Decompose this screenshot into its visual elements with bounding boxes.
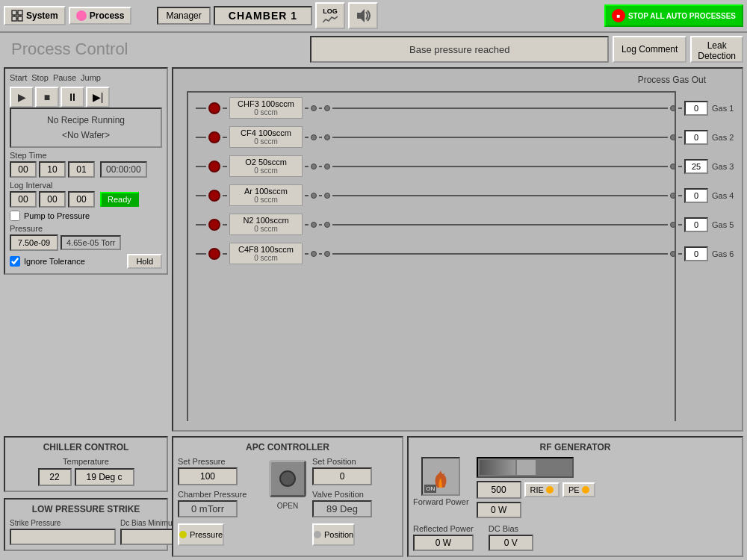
gas-setpoint-4[interactable] <box>684 188 708 203</box>
log-label: LOG <box>323 7 338 15</box>
gas-label-5: N2 100sccm 0 sccm <box>229 214 303 235</box>
pipe3-3 <box>319 166 322 167</box>
gas-id-1: Gas 1 <box>712 104 736 113</box>
temp-reading-input <box>75 468 134 486</box>
speaker-button[interactable] <box>348 2 378 29</box>
gas-setpoint-6[interactable] <box>684 246 708 261</box>
gas-setpoint-3[interactable] <box>684 159 708 174</box>
pipe3-4 <box>319 195 322 196</box>
mfc-node1-2 <box>311 134 317 140</box>
system-icon <box>11 10 23 22</box>
gas-setpoint-5[interactable] <box>684 217 708 232</box>
rie-indicator <box>546 486 554 494</box>
svg-rect-3 <box>18 16 22 21</box>
ignore-tolerance-label: Ignore Tolerance <box>24 257 85 266</box>
play-button[interactable]: ▶ <box>10 87 34 108</box>
rf-meter-bar2 <box>517 460 535 475</box>
svg-marker-8 <box>357 9 365 22</box>
gas-row-6: C4F8 100sccm 0 sccm Gas 6 <box>179 243 736 264</box>
chamber-display: CHAMBER 1 <box>214 6 312 25</box>
log-seconds-input[interactable] <box>68 191 95 208</box>
log-button[interactable]: LOG <box>315 2 345 29</box>
top-bus-line <box>187 91 676 93</box>
jump-button[interactable]: ▶| <box>86 87 110 108</box>
ready-button[interactable]: Ready <box>100 192 139 207</box>
left-control-panel: Start Stop Pause Jump ▶ ■ ⏸ ▶| No Recipe… <box>4 67 168 432</box>
pressure-label: Pressure <box>10 224 162 233</box>
log-hours-input[interactable] <box>10 191 37 208</box>
step-seconds-input[interactable] <box>68 161 95 178</box>
gas-panel: Process Gas Out CHF3 100sccm 0 sccm <box>172 67 743 432</box>
leak-detection-button[interactable]: LeakDetection <box>690 36 743 63</box>
pump-label: Pump to Pressure <box>24 211 90 220</box>
system-button[interactable]: System <box>4 6 66 25</box>
temp-setpoint-input[interactable] <box>38 468 72 486</box>
stop-all-button[interactable]: ■ STOP ALL AUTO PROCESSES <box>604 4 743 27</box>
log-interval-label: Log Interval <box>10 181 162 190</box>
gas-id-6: Gas 6 <box>712 249 736 258</box>
gas-id-2: Gas 2 <box>712 133 736 142</box>
set-position-input[interactable] <box>312 467 372 485</box>
rf-title: RF GENERATOR <box>413 442 737 452</box>
mfc-node1-4 <box>311 193 317 199</box>
open-label: OPEN <box>277 502 298 510</box>
chamber-pressure-reading: 0 mTorr <box>178 500 238 517</box>
pressure-setpoint-input[interactable] <box>10 234 58 251</box>
mfc-node1-5 <box>311 222 317 228</box>
pipe2-3 <box>305 166 309 167</box>
rf-icon: ON <box>421 457 460 496</box>
set-pressure-label: Set Pressure <box>178 457 263 466</box>
svg-rect-2 <box>12 16 16 21</box>
left-pipe-5 <box>196 224 206 225</box>
stop-button[interactable]: ■ <box>35 87 59 108</box>
rie-button[interactable]: RIE <box>524 482 560 497</box>
pipe4-2 <box>678 137 682 138</box>
left-pipe-2 <box>196 137 206 138</box>
lps-panel: LOW PRESSURE STRIKE Strike Pressure Dc B… <box>4 498 168 551</box>
gas-id-4: Gas 4 <box>712 191 736 200</box>
pipe2-1 <box>305 108 309 109</box>
pipe4-5 <box>678 224 682 225</box>
pipe3-1 <box>319 108 322 109</box>
pipe1-3 <box>223 166 227 167</box>
pe-button[interactable]: PE <box>562 482 595 497</box>
rf-power-input[interactable] <box>477 481 521 499</box>
gas-label-1: CHF3 100sccm 0 sccm <box>229 97 303 119</box>
step-minutes-input[interactable] <box>39 161 66 178</box>
log-comment-button[interactable]: Log Comment <box>613 36 686 63</box>
reflected-power-reading: 0 W <box>413 535 474 551</box>
valve-ball-6 <box>208 248 220 260</box>
mfc-node2-5 <box>324 222 330 228</box>
position-mode-button[interactable]: Position <box>312 523 355 546</box>
pipe-long-4 <box>332 195 668 196</box>
process-button[interactable]: Process <box>69 7 132 25</box>
left-pipe-3 <box>196 166 206 167</box>
step-hours-input[interactable] <box>10 161 37 178</box>
pe-indicator <box>582 486 589 494</box>
gas-setpoint-2[interactable] <box>684 130 708 145</box>
apc-title: APC CONTROLLER <box>178 442 397 452</box>
pipe3-2 <box>319 137 322 138</box>
dc-bias-label: DC Bias <box>489 524 533 533</box>
strike-pressure-input[interactable] <box>10 529 116 545</box>
gas-row-4: Ar 100sccm 0 sccm Gas 4 <box>179 184 736 206</box>
right-bus-line <box>675 91 676 421</box>
apc-panel: APC CONTROLLER Set Pressure Chamber Pres… <box>172 436 403 557</box>
log-minutes-input[interactable] <box>39 191 66 208</box>
ignore-tolerance-checkbox[interactable] <box>10 256 20 267</box>
hold-button[interactable]: Hold <box>127 254 162 269</box>
process-icon <box>76 10 87 21</box>
mfc-node2-6 <box>324 251 330 257</box>
pipe1-4 <box>223 195 227 196</box>
gas-label-3: O2 50sccm 0 sccm <box>229 155 303 177</box>
pump-to-pressure-checkbox[interactable] <box>10 211 20 221</box>
pause-button[interactable]: ⏸ <box>61 87 84 108</box>
pipe3-5 <box>319 224 322 225</box>
gas-setpoint-1[interactable] <box>684 101 708 116</box>
pe-label: PE <box>568 485 580 494</box>
process-label: Process <box>90 10 125 21</box>
recipe-status: No Recipe Running <box>17 115 155 125</box>
mfc-node1-1 <box>311 105 317 111</box>
set-pressure-input[interactable] <box>178 467 238 485</box>
pressure-mode-button[interactable]: Pressure <box>178 523 224 546</box>
